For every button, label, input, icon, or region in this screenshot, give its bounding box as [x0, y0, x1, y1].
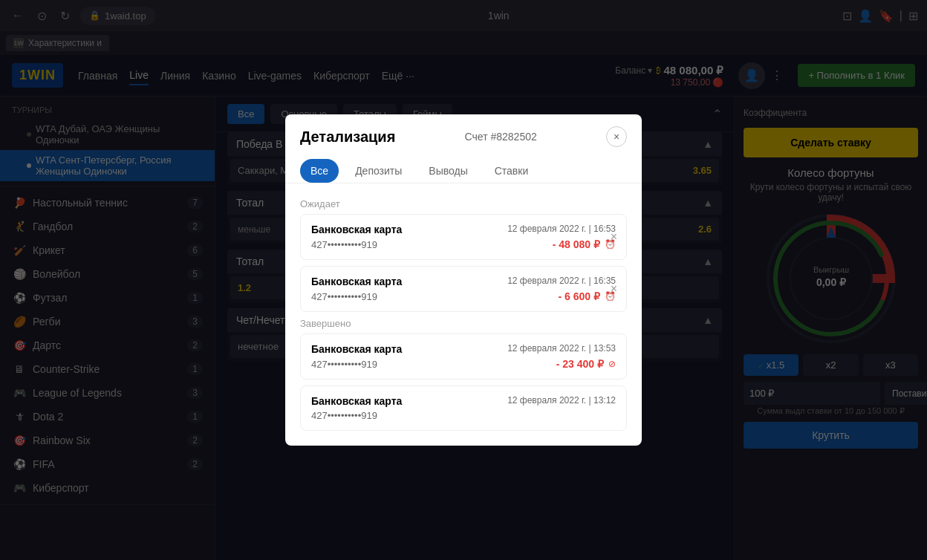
transaction-card-1-header: Банковская карта 12 февраля 2022 г. | 16… [311, 224, 616, 235]
detalization-modal: Детализация Счет #8282502 × Все Депозиты… [285, 114, 642, 446]
group-pending-label: Ожидает [300, 198, 627, 209]
transaction-1-amount: - 48 080 ₽ [553, 238, 600, 250]
modal-title: Детализация [300, 128, 395, 146]
transaction-4-date: 12 февраля 2022 г. | 13:12 [507, 395, 616, 406]
transaction-1-date: 12 февраля 2022 г. | 16:53 [507, 224, 616, 234]
transaction-1-name: Банковская карта [311, 224, 402, 235]
cancel-icon-1: ⊘ [608, 359, 616, 369]
modal-header: Детализация Счет #8282502 × [285, 114, 642, 159]
transaction-card-2-body: 427••••••••••919 - 6 600 ₽ ⏰ [311, 290, 616, 302]
transaction-2-date: 12 февраля 2022 г. | 16:35 [507, 276, 616, 286]
transaction-4-mask: 427••••••••••919 [311, 410, 377, 421]
transaction-card-3-body: 427••••••••••919 - 23 400 ₽ ⊘ [311, 358, 616, 370]
transaction-4-name: Банковская карта [311, 395, 402, 407]
transaction-3-date: 12 февраля 2022 г. | 13:53 [507, 343, 616, 354]
transaction-3-amount-row: - 23 400 ₽ ⊘ [556, 358, 616, 370]
transaction-2-amount-row: - 6 600 ₽ ⏰ [559, 290, 616, 302]
modal-tab-withdrawals[interactable]: Выводы [418, 159, 478, 183]
modal-account: Счет #8282502 [465, 131, 537, 143]
transaction-card-4: Банковская карта 12 февраля 2022 г. | 13… [300, 385, 627, 431]
transaction-1-amount-row: - 48 080 ₽ ⏰ [553, 238, 616, 250]
transaction-3-amount: - 23 400 ₽ [556, 358, 604, 370]
transaction-card-1-body: 427••••••••••919 - 48 080 ₽ ⏰ [311, 238, 616, 250]
transaction-1-mask: 427••••••••••919 [311, 239, 377, 250]
group-completed-label: Завершено [300, 318, 627, 329]
transaction-3-name: Банковская карта [311, 343, 402, 355]
modal-tabs: Все Депозиты Выводы Ставки [285, 159, 642, 183]
transaction-card-4-body: 427••••••••••919 [311, 410, 616, 421]
transaction-card-1: Банковская карта 12 февраля 2022 г. | 16… [300, 214, 627, 260]
transaction-3-mask: 427••••••••••919 [311, 359, 377, 370]
modal-tab-bets[interactable]: Ставки [484, 159, 539, 183]
transaction-2-close[interactable]: × [611, 282, 617, 296]
modal-close-button[interactable]: × [606, 126, 627, 147]
modal-overlay[interactable]: Детализация Счет #8282502 × Все Депозиты… [0, 0, 927, 560]
transaction-card-3-header: Банковская карта 12 февраля 2022 г. | 13… [311, 343, 616, 355]
transaction-card-4-header: Банковская карта 12 февраля 2022 г. | 13… [311, 395, 616, 407]
transaction-2-mask: 427••••••••••919 [311, 291, 377, 302]
modal-tab-deposits[interactable]: Депозиты [345, 159, 412, 183]
transaction-card-2-header: Банковская карта 12 февраля 2022 г. | 16… [311, 276, 616, 287]
modal-tab-all[interactable]: Все [300, 159, 339, 183]
transaction-card-3: Банковская карта 12 февраля 2022 г. | 13… [300, 333, 627, 380]
transaction-1-close[interactable]: × [611, 230, 617, 244]
transaction-2-amount: - 6 600 ₽ [559, 290, 600, 302]
transaction-card-2: Банковская карта 12 февраля 2022 г. | 16… [300, 266, 627, 312]
transaction-2-name: Банковская карта [311, 276, 402, 287]
modal-body: Ожидает Банковская карта 12 февраля 2022… [285, 183, 642, 446]
